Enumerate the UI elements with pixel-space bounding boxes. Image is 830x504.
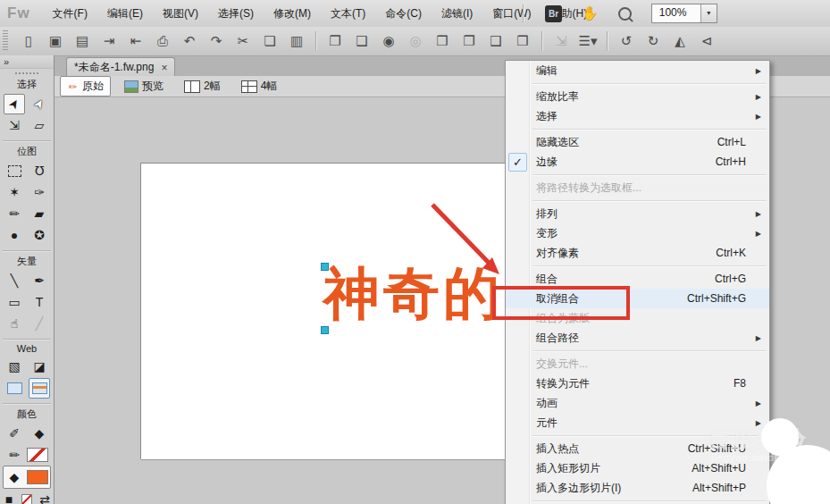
context-menu-item[interactable]: ✓ 将路径转换为选取框... ▶ bbox=[506, 178, 769, 197]
paste-icon[interactable]: ▥ bbox=[285, 30, 308, 52]
zoom-level-dropdown[interactable]: 100% ▾ bbox=[651, 4, 717, 23]
show-slices-button[interactable] bbox=[29, 378, 50, 399]
blur-tool[interactable]: ● bbox=[4, 225, 25, 246]
context-menu-item[interactable]: ✓ 对齐像素 Ctrl+K ▶ bbox=[506, 243, 769, 263]
context-menu-item[interactable]: ✓ 转换为元件 F8 ▶ bbox=[506, 374, 769, 393]
zoom-search-icon[interactable] bbox=[618, 7, 632, 21]
context-menu-item[interactable]: ✓ 动画 ▶ bbox=[506, 393, 769, 413]
union-icon[interactable]: ❐ bbox=[323, 30, 347, 52]
context-menu-item[interactable]: ✓ ▶ bbox=[506, 172, 769, 178]
context-menu-item[interactable]: ✓ 变形 ▶ bbox=[506, 223, 769, 243]
ungroup-icon[interactable]: ❐ bbox=[457, 30, 481, 52]
context-menu-item[interactable]: ✓ 交换元件... ▶ bbox=[506, 354, 769, 374]
intersect-icon[interactable]: ◉ bbox=[377, 30, 400, 52]
context-menu-item[interactable]: ✓ 边缘 Ctrl+H ▶ bbox=[506, 152, 769, 172]
context-menu-item[interactable]: ✓ 组合路径 ▶ bbox=[506, 328, 769, 348]
cut-icon[interactable]: ✂ bbox=[231, 30, 255, 52]
document-tab[interactable]: *未命名-1.fw.png × bbox=[66, 57, 175, 77]
group-icon[interactable]: ❒ bbox=[431, 30, 454, 52]
context-menu-item[interactable]: ✓ ▶ bbox=[506, 126, 769, 132]
brush-tool[interactable]: ✑ bbox=[29, 182, 50, 203]
pencil-tool[interactable]: ✏ bbox=[4, 204, 25, 224]
context-menu-item[interactable]: ✓ 选择 ▶ bbox=[506, 106, 769, 126]
export-icon[interactable]: ⇤ bbox=[124, 30, 147, 52]
menubar-item[interactable]: 视图(V) bbox=[153, 1, 208, 27]
toolbar-icon[interactable] bbox=[315, 31, 316, 51]
magic-wand-tool[interactable]: ✶ bbox=[4, 182, 25, 203]
view-tab[interactable]: 4幅 bbox=[234, 76, 285, 97]
rotate-cw-icon[interactable]: ↻ bbox=[641, 30, 665, 52]
undo-icon[interactable]: ↶ bbox=[178, 30, 201, 52]
slice-tool[interactable]: ◪ bbox=[29, 357, 50, 377]
context-menu-item[interactable]: ✓ 隐藏选区 Ctrl+L ▶ bbox=[506, 132, 769, 152]
transform-icon[interactable]: ⇲ bbox=[549, 30, 573, 52]
toolbar-icon[interactable] bbox=[607, 31, 608, 51]
copy-icon[interactable]: ❏ bbox=[258, 30, 281, 52]
lasso-tool[interactable]: ℧ bbox=[29, 161, 50, 181]
send-to-back-icon[interactable]: ❒ bbox=[511, 30, 534, 52]
open-icon[interactable]: ▤ bbox=[71, 30, 94, 52]
stroke-color-swatch[interactable] bbox=[27, 448, 48, 462]
knife-tool[interactable]: ╱ bbox=[29, 314, 50, 334]
pen-tool[interactable]: ✒ bbox=[29, 271, 50, 291]
context-menu-item[interactable]: ✓ 编辑 ▶ bbox=[506, 61, 769, 80]
panel-grip[interactable] bbox=[15, 72, 38, 74]
crop-tool[interactable]: ▱ bbox=[29, 115, 50, 136]
toolbar-grip[interactable] bbox=[3, 30, 8, 52]
rotate-ccw-icon[interactable]: ↺ bbox=[615, 30, 638, 52]
selection-handle[interactable] bbox=[321, 326, 329, 334]
hide-slices-button[interactable] bbox=[4, 378, 25, 399]
eyedropper-tool[interactable]: ✐ bbox=[4, 424, 25, 444]
selection-handle[interactable] bbox=[321, 263, 329, 271]
menubar-item[interactable]: 选择(S) bbox=[208, 1, 264, 27]
flip-vertical-icon[interactable]: ⊲ bbox=[695, 30, 718, 52]
no-color-icon[interactable] bbox=[21, 494, 32, 504]
default-colors-icon[interactable]: ■ bbox=[0, 492, 18, 504]
hand-tool-icon[interactable]: ✋ bbox=[582, 5, 599, 21]
line-tool[interactable]: ╲ bbox=[4, 271, 25, 291]
panel-collapse-icon[interactable]: » bbox=[0, 55, 54, 69]
menubar-item[interactable]: 编辑(E) bbox=[97, 1, 153, 27]
context-menu-item[interactable]: ✓ 排列 ▶ bbox=[506, 204, 769, 223]
pointer-tool[interactable]: ➤ bbox=[4, 94, 25, 114]
view-tab[interactable]: ✏ 原始 bbox=[60, 76, 111, 97]
close-icon[interactable]: × bbox=[161, 62, 167, 74]
rectangle-tool[interactable]: ▭ bbox=[4, 292, 25, 313]
fill-bucket-icon[interactable]: ◆ bbox=[5, 470, 23, 484]
hotspot-tool[interactable]: ▧ bbox=[4, 357, 25, 377]
context-menu-item[interactable]: ✓ ▶ bbox=[506, 80, 769, 87]
subselection-tool[interactable]: ➤ bbox=[29, 94, 50, 114]
import-icon[interactable]: ⇥ bbox=[97, 30, 121, 52]
redo-icon[interactable]: ↷ bbox=[205, 30, 228, 52]
menubar-item[interactable]: 文件(F) bbox=[43, 1, 97, 27]
print-icon[interactable]: ⎙ bbox=[151, 30, 174, 52]
context-menu-item[interactable]: ✓ ▶ bbox=[506, 197, 769, 204]
scale-tool[interactable]: ⇲ bbox=[4, 115, 25, 136]
bridge-icon[interactable]: Br bbox=[545, 5, 562, 22]
menubar-item[interactable]: 命令(C) bbox=[375, 1, 432, 27]
chevron-down-icon[interactable]: ▾ bbox=[700, 4, 717, 22]
paint-bucket-tool[interactable]: ◆ bbox=[29, 424, 50, 444]
fill-color-swatch[interactable] bbox=[27, 470, 48, 484]
view-tab[interactable]: 预览 bbox=[117, 76, 171, 97]
save-icon[interactable]: ▣ bbox=[44, 30, 67, 52]
rubber-stamp-tool[interactable]: ✪ bbox=[29, 225, 50, 246]
context-menu-item[interactable]: ✓ ▶ bbox=[506, 498, 769, 504]
menubar-item[interactable]: 修改(M) bbox=[264, 1, 321, 27]
swap-colors-icon[interactable]: ⇄ bbox=[36, 492, 54, 504]
menubar-item[interactable]: 滤镜(I) bbox=[432, 1, 482, 27]
eraser-tool[interactable]: ▰ bbox=[29, 204, 50, 224]
marquee-tool[interactable] bbox=[4, 161, 25, 181]
context-menu-item[interactable]: ✓ 插入多边形切片(I) Alt+Shift+P ▶ bbox=[506, 478, 769, 498]
punch-icon[interactable]: ◎ bbox=[404, 30, 427, 52]
new-document-icon[interactable]: ▯ bbox=[17, 30, 40, 52]
align-dropdown-icon[interactable]: ☰▾ bbox=[576, 30, 599, 52]
text-tool[interactable]: T bbox=[29, 292, 50, 313]
menubar-item[interactable]: 文本(T) bbox=[321, 1, 375, 27]
context-menu-item[interactable]: ✓ ▶ bbox=[506, 263, 769, 269]
context-menu-item[interactable]: ✓ ▶ bbox=[506, 348, 769, 354]
bring-to-front-icon[interactable]: ❑ bbox=[484, 30, 507, 52]
canvas-text-object[interactable]: 神奇的 bbox=[323, 263, 503, 324]
context-menu-item[interactable]: ✓ 缩放比率 ▶ bbox=[506, 87, 769, 106]
freeform-tool[interactable]: ☝ bbox=[4, 314, 25, 334]
